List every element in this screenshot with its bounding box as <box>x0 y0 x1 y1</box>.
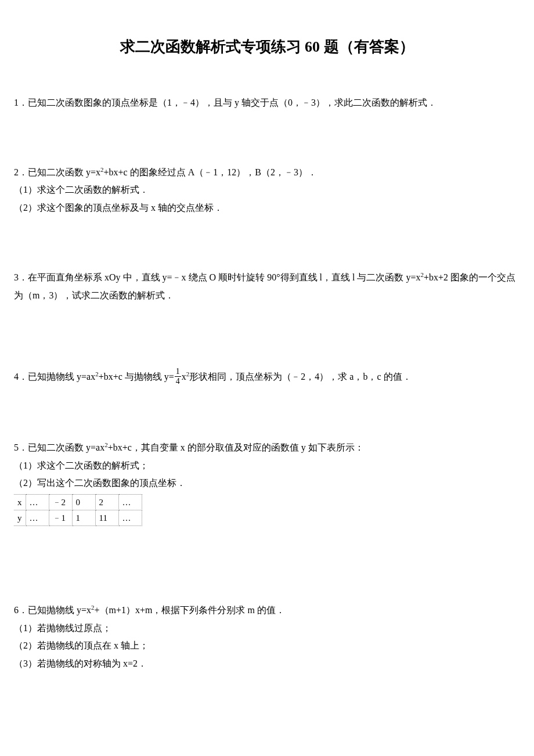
table-cell: ﹣2 <box>49 495 72 510</box>
text-fragment: 2．已知二次函数 y=x <box>14 167 100 177</box>
table-cell: 2 <box>95 495 118 510</box>
data-table: x … ﹣2 0 2 … y … ﹣1 1 11 … <box>14 494 142 526</box>
problem-5-line1: 5．已知二次函数 y=ax2+bx+c，其自变量 x 的部分取值及对应的函数值 … <box>14 439 520 456</box>
problem-2: 2．已知二次函数 y=x2+bx+c 的图象经过点 A（﹣1，12），B（2，﹣… <box>14 164 520 217</box>
text-fragment: +bx+c 与抛物线 <box>99 372 164 381</box>
text-fragment: 6．已知抛物线 y=x <box>14 605 91 615</box>
table-cell: y <box>14 510 26 526</box>
problem-3: 3．在平面直角坐标系 xOy 中，直线 y=﹣x 绕点 O 顺时针旋转 90°得… <box>14 269 520 304</box>
problem-6-line4: （3）若抛物线的对称轴为 x=2． <box>14 655 520 672</box>
problem-2-line1: 2．已知二次函数 y=x2+bx+c 的图象经过点 A（﹣1，12），B（2，﹣… <box>14 164 520 181</box>
text-fragment: 5．已知二次函数 y=ax <box>14 442 104 452</box>
table-row: x … ﹣2 0 2 … <box>14 495 142 510</box>
problem-2-line2: （1）求这个二次函数的解析式． <box>14 181 520 199</box>
problem-4: 4．已知抛物线 y=ax2+bx+c 与抛物线 y=14x2形状相同，顶点坐标为… <box>14 368 520 387</box>
text-fragment: 4．已知抛物线 y=ax <box>14 372 95 381</box>
fraction-denominator: 4 <box>175 377 181 386</box>
text-fragment: +bx+c 的图象经过点 A（﹣1，12），B（2，﹣3）． <box>104 167 317 177</box>
text-fragment: +（m+1）x+m，根据下列条件分别求 m 的值． <box>95 605 285 615</box>
problem-2-line3: （2）求这个图象的顶点坐标及与 x 轴的交点坐标． <box>14 199 520 217</box>
table-row: y … ﹣1 1 11 … <box>14 510 142 526</box>
problem-5-line3: （2）写出这个二次函数图象的顶点坐标． <box>14 474 520 492</box>
table-cell: 11 <box>95 510 118 526</box>
problem-6-line3: （2）若抛物线的顶点在 x 轴上； <box>14 637 520 654</box>
table-cell: … <box>118 510 142 526</box>
text-fragment: +bx+c，其自变量 x 的部分取值及对应的函数值 y 如下表所示： <box>108 442 364 452</box>
problem-1: 1．已知二次函数图象的顶点坐标是（1，﹣4），且与 y 轴交于点（0，﹣3），求… <box>14 94 520 111</box>
fraction-numerator: 1 <box>175 367 181 376</box>
fraction: 14 <box>175 367 181 386</box>
page-title: 求二次函数解析式专项练习 60 题（有答案） <box>14 35 520 59</box>
problem-4-text: 4．已知抛物线 y=ax2+bx+c 与抛物线 y=14x2形状相同，顶点坐标为… <box>14 368 520 387</box>
text-fragment: 3．在平面直角坐标系 xOy 中，直线 y=﹣x 绕点 O 顺时针旋转 90°得… <box>14 272 420 282</box>
problem-3-text: 3．在平面直角坐标系 xOy 中，直线 y=﹣x 绕点 O 顺时针旋转 90°得… <box>14 269 520 304</box>
problem-6-line1: 6．已知抛物线 y=x2+（m+1）x+m，根据下列条件分别求 m 的值． <box>14 602 520 619</box>
problem-5-line2: （1）求这个二次函数的解析式； <box>14 457 520 474</box>
table-cell: x <box>14 495 26 510</box>
table-cell: 0 <box>72 495 95 510</box>
problem-5: 5．已知二次函数 y=ax2+bx+c，其自变量 x 的部分取值及对应的函数值 … <box>14 439 520 526</box>
table-cell: 1 <box>72 510 95 526</box>
text-fragment: 形状相同，顶点坐标为（﹣2，4），求 a，b，c 的值． <box>189 372 411 381</box>
table-cell: ﹣1 <box>49 510 72 526</box>
text-fragment: y= <box>164 372 174 381</box>
table-cell: … <box>118 495 142 510</box>
problem-1-text: 1．已知二次函数图象的顶点坐标是（1，﹣4），且与 y 轴交于点（0，﹣3），求… <box>14 94 520 111</box>
problem-6: 6．已知抛物线 y=x2+（m+1）x+m，根据下列条件分别求 m 的值． （1… <box>14 602 520 672</box>
table-cell: … <box>26 510 49 526</box>
table-cell: … <box>26 495 49 510</box>
text-fragment: x <box>182 372 186 381</box>
problem-6-line2: （1）若抛物线过原点； <box>14 620 520 637</box>
